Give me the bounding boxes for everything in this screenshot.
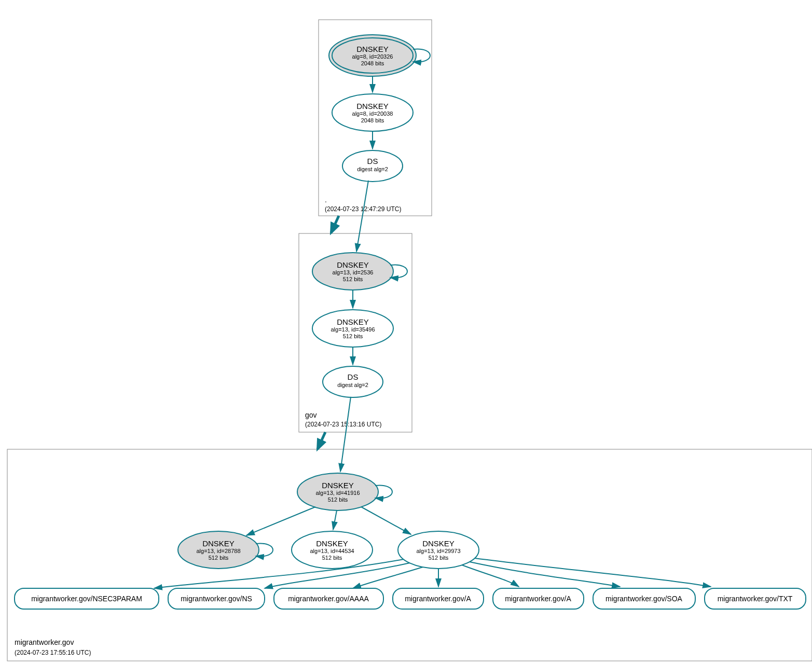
record-ns: migrantworker.gov/NS: [168, 588, 265, 609]
svg-text:DNSKEY: DNSKEY: [337, 260, 369, 269]
record-a-2: migrantworker.gov/A: [493, 588, 584, 609]
svg-text:DNSKEY: DNSKEY: [322, 481, 354, 490]
edge-mw-ksk-key2: [333, 510, 337, 530]
svg-text:512 bits: 512 bits: [322, 555, 342, 561]
zone-mw-timestamp: (2024-07-23 17:55:16 UTC): [15, 649, 91, 656]
svg-text:DS: DS: [348, 372, 359, 381]
edge-gov-ds-mw-ksk: [340, 397, 351, 472]
dnssec-diagram: . (2024-07-23 12:47:29 UTC) DNSKEY alg=8…: [0, 0, 812, 663]
edge-root-to-gov-zone: [331, 216, 339, 233]
svg-text:migrantworker.gov/A: migrantworker.gov/A: [405, 595, 471, 603]
zone-gov-label: gov: [305, 411, 317, 419]
svg-text:512 bits: 512 bits: [328, 496, 348, 503]
svg-text:DNSKEY: DNSKEY: [422, 539, 455, 548]
svg-text:alg=13, id=44534: alg=13, id=44534: [310, 548, 354, 554]
edge-key3-r5: [462, 565, 519, 587]
svg-text:512 bits: 512 bits: [209, 555, 229, 561]
zone-mw-label: migrantworker.gov: [15, 638, 74, 646]
svg-text:digest alg=2: digest alg=2: [357, 166, 388, 172]
node-mw-key2: DNSKEY alg=13, id=44534 512 bits: [292, 531, 373, 569]
node-mw-ksk: DNSKEY alg=13, id=41916 512 bits: [297, 473, 378, 510]
svg-text:DNSKEY: DNSKEY: [337, 317, 369, 326]
svg-text:DS: DS: [367, 157, 378, 165]
svg-text:DNSKEY: DNSKEY: [202, 539, 235, 548]
svg-text:alg=13, id=28788: alg=13, id=28788: [196, 548, 240, 554]
svg-text:512 bits: 512 bits: [343, 276, 363, 282]
svg-text:DNSKEY: DNSKEY: [356, 45, 389, 53]
node-root-ksk: DNSKEY alg=8, id=20326 2048 bits: [329, 35, 416, 76]
svg-text:DNSKEY: DNSKEY: [316, 539, 348, 548]
zone-root-label: .: [325, 196, 327, 204]
svg-text:migrantworker.gov/NSEC3PARAM: migrantworker.gov/NSEC3PARAM: [31, 595, 142, 603]
svg-text:512 bits: 512 bits: [429, 555, 449, 561]
svg-text:migrantworker.gov/AAAA: migrantworker.gov/AAAA: [288, 595, 369, 603]
node-root-ds: DS digest alg=2: [342, 150, 403, 182]
node-gov-ds: DS digest alg=2: [323, 366, 383, 397]
svg-text:migrantworker.gov/TXT: migrantworker.gov/TXT: [718, 595, 793, 603]
edge-key3-r6: [470, 562, 620, 587]
svg-text:digest alg=2: digest alg=2: [337, 382, 368, 388]
edge-gov-to-mw-zone: [318, 432, 325, 449]
node-root-zsk: DNSKEY alg=8, id=20038 2048 bits: [332, 94, 413, 131]
svg-text:migrantworker.gov/NS: migrantworker.gov/NS: [181, 595, 252, 603]
svg-text:alg=13, id=35496: alg=13, id=35496: [331, 326, 375, 333]
edge-key3-r3: [353, 567, 423, 588]
svg-text:DNSKEY: DNSKEY: [356, 102, 389, 111]
node-mw-key1: DNSKEY alg=13, id=28788 512 bits: [178, 531, 259, 569]
svg-text:2048 bits: 2048 bits: [361, 117, 384, 123]
record-soa: migrantworker.gov/SOA: [593, 588, 695, 609]
svg-text:migrantworker.gov/A: migrantworker.gov/A: [505, 595, 571, 603]
node-mw-key3: DNSKEY alg=13, id=29973 512 bits: [398, 531, 479, 569]
svg-text:alg=8, id=20326: alg=8, id=20326: [352, 53, 393, 60]
node-gov-zsk: DNSKEY alg=13, id=35496 512 bits: [312, 310, 393, 347]
svg-text:alg=13, id=29973: alg=13, id=29973: [416, 548, 460, 554]
node-gov-ksk: DNSKEY alg=13, id=2536 512 bits: [312, 253, 393, 290]
svg-text:alg=8, id=20038: alg=8, id=20038: [352, 111, 393, 117]
edge-mw-ksk-key3: [361, 507, 411, 534]
svg-text:alg=13, id=41916: alg=13, id=41916: [315, 490, 360, 496]
zone-gov-timestamp: (2024-07-23 15:13:16 UTC): [305, 421, 381, 428]
record-txt: migrantworker.gov/TXT: [705, 588, 806, 609]
svg-text:512 bits: 512 bits: [343, 333, 363, 339]
record-aaaa: migrantworker.gov/AAAA: [274, 588, 383, 609]
svg-text:migrantworker.gov/SOA: migrantworker.gov/SOA: [605, 595, 682, 603]
svg-text:2048 bits: 2048 bits: [361, 60, 384, 66]
svg-text:alg=13, id=2536: alg=13, id=2536: [333, 269, 374, 275]
record-nsec3param: migrantworker.gov/NSEC3PARAM: [15, 588, 159, 609]
edge-mw-ksk-key1: [246, 507, 315, 535]
record-a-1: migrantworker.gov/A: [393, 588, 484, 609]
